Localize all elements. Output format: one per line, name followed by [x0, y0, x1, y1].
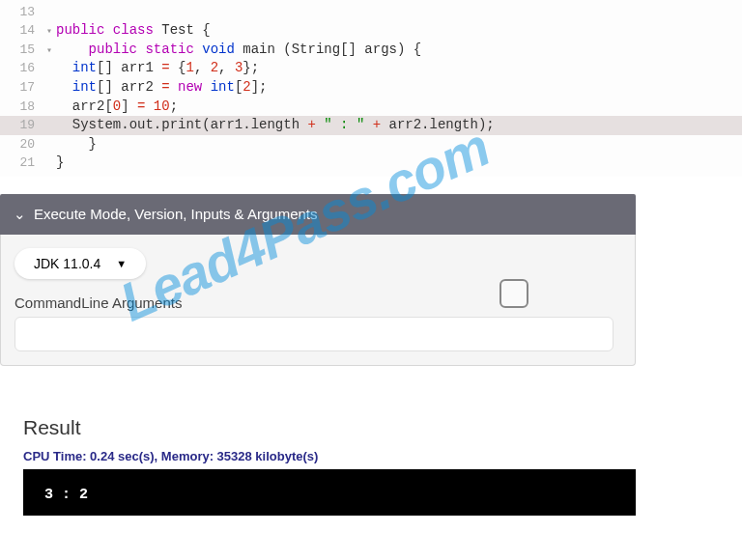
- line-number: 14: [0, 22, 46, 40]
- line-number: 18: [0, 98, 46, 116]
- code-content: arr2[0] = 10;: [56, 98, 178, 117]
- fold-icon[interactable]: ▾: [46, 44, 56, 58]
- line-number: 15: [0, 42, 46, 59]
- code-content: int[] arr2 = new int[2];: [56, 78, 268, 98]
- args-input[interactable]: [14, 317, 614, 351]
- code-content: System.out.print(arr1.length + " : " + a…: [56, 116, 495, 135]
- code-line[interactable]: 21}: [0, 154, 742, 173]
- result-heading: Result: [23, 416, 742, 439]
- panel-title: Execute Mode, Version, Inputs & Argument…: [34, 206, 318, 222]
- args-label: CommandLine Arguments: [14, 294, 621, 311]
- code-line[interactable]: 17 int[] arr2 = new int[2];: [0, 78, 742, 98]
- chevron-down-icon: ▼: [116, 258, 127, 269]
- terminal-output: 3 : 2: [23, 469, 636, 516]
- jdk-version-select[interactable]: JDK 11.0.4 ▼: [14, 248, 146, 279]
- line-number: 16: [0, 60, 46, 77]
- line-number: 19: [0, 117, 46, 134]
- execute-panel-body: JDK 11.0.4 ▼ CommandLine Arguments: [0, 235, 636, 366]
- code-line[interactable]: 20 }: [0, 135, 742, 154]
- code-line[interactable]: 16 int[] arr1 = {1, 2, 3};: [0, 59, 742, 78]
- code-line[interactable]: 13: [0, 4, 742, 21]
- line-number: 13: [0, 4, 46, 21]
- code-line[interactable]: 14▾public class Test {: [0, 21, 742, 41]
- line-number: 17: [0, 79, 46, 97]
- select-value: JDK 11.0.4: [34, 256, 100, 271]
- line-number: 20: [0, 136, 46, 154]
- execute-panel-header[interactable]: ⌄ Execute Mode, Version, Inputs & Argume…: [0, 194, 636, 235]
- code-editor[interactable]: 1314▾public class Test {15▾ public stati…: [0, 0, 742, 177]
- code-line[interactable]: 15▾ public static void main (String[] ar…: [0, 41, 742, 60]
- code-line[interactable]: 19 System.out.print(arr1.length + " : " …: [0, 116, 742, 135]
- fold-icon[interactable]: ▾: [46, 25, 56, 39]
- stats-line: CPU Time: 0.24 sec(s), Memory: 35328 kil…: [23, 449, 742, 463]
- code-line[interactable]: 18 arr2[0] = 10;: [0, 98, 742, 117]
- output-text: 3 : 2: [44, 487, 88, 503]
- chevron-down-icon: ⌄: [14, 206, 26, 223]
- code-content: }: [56, 154, 64, 173]
- code-content: }: [56, 135, 97, 154]
- code-content: public class Test {: [56, 21, 211, 41]
- line-number: 21: [0, 154, 46, 172]
- code-content: int[] arr1 = {1, 2, 3};: [56, 59, 259, 78]
- option-checkbox[interactable]: [499, 279, 528, 308]
- code-content: public static void main (String[] args) …: [56, 41, 421, 60]
